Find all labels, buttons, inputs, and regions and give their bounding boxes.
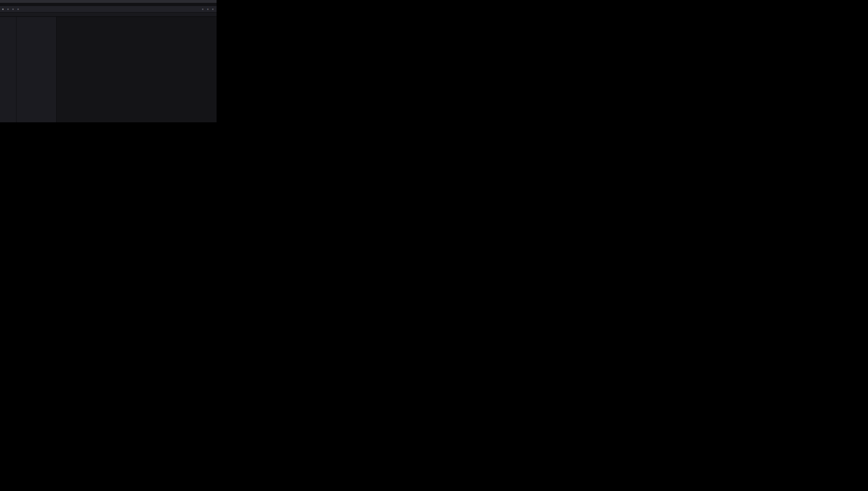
screenshot-grid: ▤▤▤▤▥▥▥ [0, 0, 868, 491]
toolbar-button-icon: ▤ [17, 8, 19, 10]
toolbar-button-mixer[interactable]: ▥ [202, 8, 204, 10]
header-toolbar: ▤▤▤▤▥▥▥ [0, 6, 217, 13]
toolbar-left-group: ▤▤▤▤ [2, 8, 107, 10]
toolbar-button-edit-index[interactable]: ▤ [12, 8, 14, 10]
toolbar-button-icon: ▥ [207, 8, 208, 10]
toolbar-button-icon: ▤ [2, 8, 4, 10]
toolbar-right-group: ▥▥▥ [109, 8, 214, 10]
toolbar-button-media-pool[interactable]: ▤ [2, 8, 4, 10]
media-pool-panel [0, 17, 57, 122]
toolbar-button-metadata[interactable]: ▥ [207, 8, 209, 10]
toolbar-button-effects[interactable]: ▤ [7, 8, 9, 10]
menu-bar [0, 3, 217, 6]
edit-main-area [0, 17, 217, 122]
media-bins-list [0, 17, 16, 122]
window-title-bar [0, 0, 217, 3]
transport-bar [0, 13, 217, 17]
toolbar-button-icon: ▥ [212, 8, 214, 10]
toolbar-button-sound-library[interactable]: ▤ [17, 8, 19, 10]
resolve-screenshot-tile: ▤▤▤▤▥▥▥ [0, 0, 217, 122]
toolbar-button-icon: ▥ [202, 8, 203, 10]
toolbar-button-inspector[interactable]: ▥ [212, 8, 214, 10]
toolbar-button-icon: ▤ [7, 8, 9, 10]
toolbar-button-icon: ▤ [12, 8, 14, 10]
